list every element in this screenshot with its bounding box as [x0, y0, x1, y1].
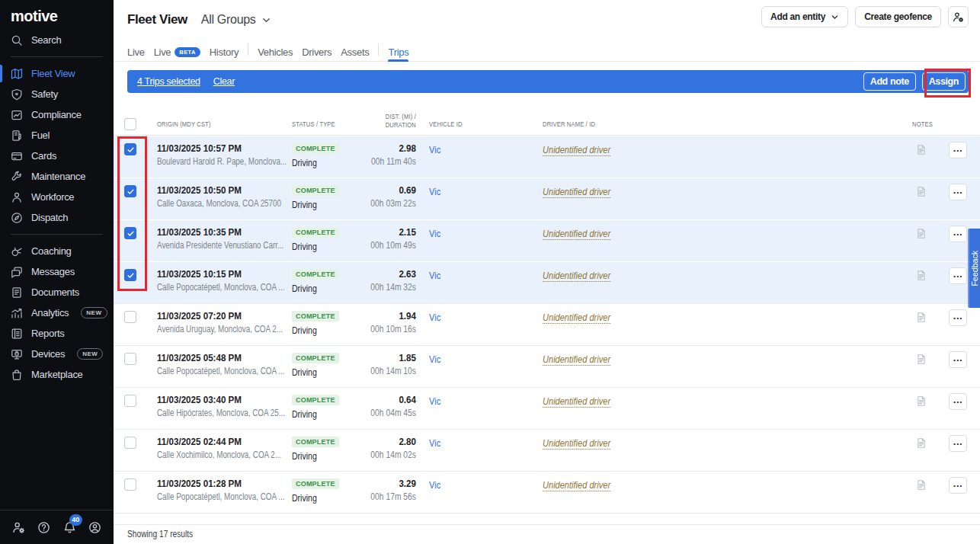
vehicle-link[interactable]: Vic: [429, 144, 440, 155]
driver-link[interactable]: Unidentified driver: [543, 312, 610, 324]
trip-row[interactable]: 11/03/2025 05:48 PMCalle Popocatépetl, M…: [114, 346, 980, 388]
admin-settings-icon[interactable]: [12, 521, 25, 534]
sidebar-item-fuel[interactable]: Fuel: [0, 125, 114, 146]
driver-link[interactable]: Unidentified driver: [543, 479, 610, 491]
select-all-checkbox[interactable]: [124, 118, 136, 130]
row-checkbox[interactable]: [124, 269, 136, 281]
row-checkbox[interactable]: [124, 185, 136, 197]
note-icon[interactable]: [916, 270, 927, 281]
sidebar-item-dispatch[interactable]: Dispatch: [0, 207, 114, 228]
trip-row[interactable]: 11/03/2025 01:28 PMCalle Popocatépetl, M…: [114, 472, 980, 514]
admin-users-button[interactable]: [948, 6, 969, 27]
vehicle-link[interactable]: Vic: [429, 228, 440, 239]
tab-history[interactable]: History: [210, 40, 239, 61]
driver-link[interactable]: Unidentified driver: [543, 270, 610, 282]
row-more-button[interactable]: ...: [949, 351, 967, 368]
driver-link[interactable]: Unidentified driver: [543, 144, 610, 156]
trip-row[interactable]: 11/03/2025 03:40 PMCalle Hipócrates, Mon…: [114, 388, 980, 430]
sidebar-item-documents[interactable]: Documents: [0, 282, 114, 302]
notifications-bell-icon[interactable]: 40: [63, 521, 76, 534]
sidebar-item-cards[interactable]: Cards: [0, 146, 114, 166]
tab-live-beta[interactable]: LiveBETA: [154, 40, 200, 61]
sidebar-item-search[interactable]: Search: [0, 30, 114, 50]
trip-row[interactable]: 11/03/2025 02:44 PMCalle Xochimilco, Mon…: [114, 430, 980, 472]
driver-link[interactable]: Unidentified driver: [543, 395, 610, 408]
tab-label: History: [210, 46, 239, 58]
row-more-button[interactable]: ...: [949, 226, 967, 242]
sidebar-item-coaching[interactable]: Coaching: [0, 241, 114, 261]
row-more-button[interactable]: ...: [949, 309, 967, 326]
row-more-button[interactable]: ...: [949, 184, 967, 200]
sidebar-item-fleet-view[interactable]: Fleet View: [0, 63, 114, 84]
trip-row[interactable]: 11/03/2025 10:35 PMAvenida Presidente Ve…: [114, 220, 980, 262]
add-entity-button[interactable]: Add an entity: [761, 6, 848, 27]
sidebar-item-workforce[interactable]: Workforce: [0, 187, 114, 207]
group-selector[interactable]: All Groups: [201, 13, 271, 27]
row-checkbox[interactable]: [124, 478, 136, 491]
sidebar-item-label: Fleet View: [31, 68, 75, 79]
trip-distance: 0.64: [339, 394, 416, 405]
note-icon[interactable]: [916, 312, 927, 323]
vehicle-link[interactable]: Vic: [429, 395, 440, 407]
row-checkbox[interactable]: [124, 311, 136, 323]
sidebar-item-compliance[interactable]: Compliance: [0, 104, 114, 125]
note-icon[interactable]: [916, 354, 927, 365]
wrench-icon: [11, 171, 23, 183]
account-icon[interactable]: [88, 521, 101, 534]
note-icon[interactable]: [916, 228, 927, 239]
trip-origin-address: Boulevard Harold R. Pape, Monclova...: [157, 156, 287, 167]
vehicle-link[interactable]: Vic: [429, 354, 440, 365]
row-more-button[interactable]: ...: [949, 435, 967, 452]
clear-selection-link[interactable]: Clear: [213, 76, 235, 87]
driver-link[interactable]: Unidentified driver: [543, 228, 610, 240]
row-checkbox[interactable]: [124, 227, 136, 239]
sidebar-item-analytics[interactable]: AnalyticsNEW: [0, 302, 114, 323]
map-icon: [11, 68, 23, 80]
note-icon[interactable]: [916, 479, 927, 491]
create-geofence-button[interactable]: Create geofence: [855, 6, 941, 27]
tab-assets[interactable]: Assets: [341, 40, 369, 61]
trip-row[interactable]: 11/03/2025 10:50 PMCalle Oaxaca, Monclov…: [114, 178, 980, 220]
driver-link[interactable]: Unidentified driver: [543, 186, 610, 198]
sidebar-item-devices[interactable]: DevicesNEW: [0, 344, 114, 364]
tab-drivers[interactable]: Drivers: [302, 40, 331, 61]
trip-distance: 2.98: [339, 142, 416, 154]
vehicle-link[interactable]: Vic: [429, 437, 440, 449]
help-icon[interactable]: [37, 521, 50, 534]
sidebar-item-reports[interactable]: Reports: [0, 323, 114, 344]
row-checkbox[interactable]: [124, 395, 136, 407]
note-icon[interactable]: [916, 395, 927, 407]
assign-button[interactable]: Assign: [922, 72, 966, 91]
tab-vehicles[interactable]: Vehicles: [258, 40, 293, 61]
note-icon[interactable]: [916, 437, 927, 449]
note-icon[interactable]: [916, 186, 927, 197]
driver-link[interactable]: Unidentified driver: [543, 437, 610, 450]
sidebar-item-safety[interactable]: Safety: [0, 84, 114, 104]
trip-type: Driving: [292, 241, 328, 252]
driver-link[interactable]: Unidentified driver: [543, 354, 610, 366]
row-more-button[interactable]: ...: [949, 393, 967, 410]
vehicle-link[interactable]: Vic: [429, 479, 440, 491]
trip-row[interactable]: 11/03/2025 10:57 PMBoulevard Harold R. P…: [114, 136, 980, 178]
trip-row[interactable]: 11/03/2025 10:15 PMCalle Popocatépetl, M…: [114, 262, 980, 304]
vehicle-link[interactable]: Vic: [429, 270, 440, 281]
row-checkbox[interactable]: [124, 353, 136, 365]
vehicle-link[interactable]: Vic: [429, 186, 440, 197]
vehicle-link[interactable]: Vic: [429, 312, 440, 323]
tab-live[interactable]: Live: [127, 40, 145, 61]
selected-count-link[interactable]: 4 Trips selected: [137, 76, 200, 87]
row-more-button[interactable]: ...: [949, 267, 967, 284]
sidebar-item-messages[interactable]: Messages: [0, 261, 114, 282]
tab-trips[interactable]: Trips: [388, 40, 408, 61]
sidebar-item-marketplace[interactable]: Marketplace: [0, 364, 114, 385]
row-checkbox[interactable]: [124, 437, 136, 449]
add-note-button[interactable]: Add note: [863, 72, 916, 91]
distance-cell: 0.6900h 03m 22s: [339, 184, 416, 209]
feedback-tab[interactable]: Feedback: [968, 229, 980, 308]
sidebar-item-maintenance[interactable]: Maintenance: [0, 166, 114, 187]
note-icon[interactable]: [916, 144, 927, 155]
row-more-button[interactable]: ...: [949, 142, 967, 158]
trip-row[interactable]: 11/03/2025 07:20 PMAvenida Uruguay, Monc…: [114, 304, 980, 346]
row-checkbox[interactable]: [124, 143, 136, 155]
row-more-button[interactable]: ...: [949, 477, 967, 494]
